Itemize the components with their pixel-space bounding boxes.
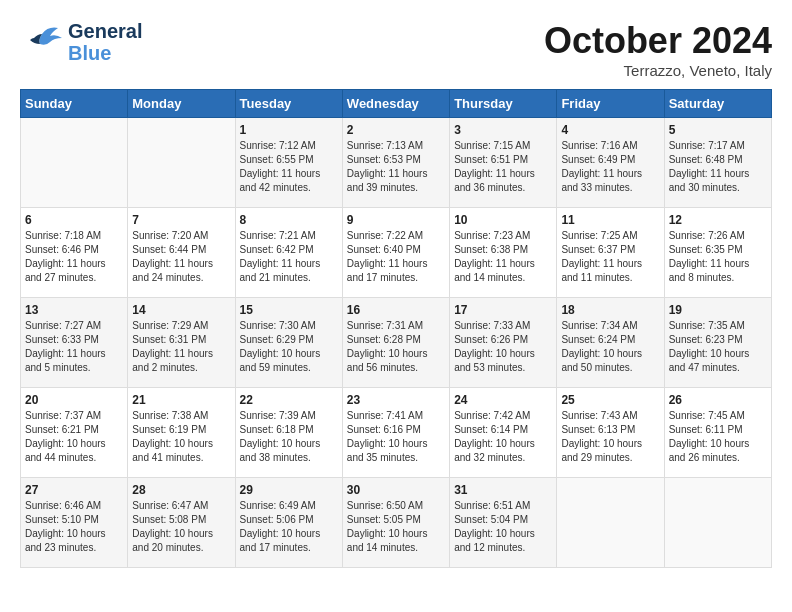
day-number: 9: [347, 213, 445, 227]
calendar-cell-2-5: 18Sunrise: 7:34 AMSunset: 6:24 PMDayligh…: [557, 298, 664, 388]
daylight-text: Daylight: 11 hours and 17 minutes.: [347, 258, 428, 283]
daylight-text: Daylight: 10 hours and 47 minutes.: [669, 348, 750, 373]
daylight-text: Daylight: 11 hours and 2 minutes.: [132, 348, 213, 373]
day-number: 18: [561, 303, 659, 317]
calendar-cell-0-5: 4Sunrise: 7:16 AMSunset: 6:49 PMDaylight…: [557, 118, 664, 208]
day-info: Sunrise: 6:47 AMSunset: 5:08 PMDaylight:…: [132, 499, 230, 555]
sunset-text: Sunset: 6:18 PM: [240, 424, 314, 435]
sunset-text: Sunset: 5:06 PM: [240, 514, 314, 525]
day-info: Sunrise: 7:34 AMSunset: 6:24 PMDaylight:…: [561, 319, 659, 375]
calendar-cell-4-3: 30Sunrise: 6:50 AMSunset: 5:05 PMDayligh…: [342, 478, 449, 568]
day-info: Sunrise: 7:23 AMSunset: 6:38 PMDaylight:…: [454, 229, 552, 285]
week-row-2: 6Sunrise: 7:18 AMSunset: 6:46 PMDaylight…: [21, 208, 772, 298]
day-info: Sunrise: 6:46 AMSunset: 5:10 PMDaylight:…: [25, 499, 123, 555]
day-info: Sunrise: 7:35 AMSunset: 6:23 PMDaylight:…: [669, 319, 767, 375]
daylight-text: Daylight: 11 hours and 42 minutes.: [240, 168, 321, 193]
sunrise-text: Sunrise: 7:25 AM: [561, 230, 637, 241]
day-number: 11: [561, 213, 659, 227]
header-monday: Monday: [128, 90, 235, 118]
calendar-cell-3-0: 20Sunrise: 7:37 AMSunset: 6:21 PMDayligh…: [21, 388, 128, 478]
day-number: 5: [669, 123, 767, 137]
daylight-text: Daylight: 10 hours and 20 minutes.: [132, 528, 213, 553]
sunset-text: Sunset: 6:24 PM: [561, 334, 635, 345]
day-info: Sunrise: 6:50 AMSunset: 5:05 PMDaylight:…: [347, 499, 445, 555]
calendar-cell-3-5: 25Sunrise: 7:43 AMSunset: 6:13 PMDayligh…: [557, 388, 664, 478]
sunrise-text: Sunrise: 7:23 AM: [454, 230, 530, 241]
day-number: 25: [561, 393, 659, 407]
calendar-cell-0-3: 2Sunrise: 7:13 AMSunset: 6:53 PMDaylight…: [342, 118, 449, 208]
calendar-cell-1-0: 6Sunrise: 7:18 AMSunset: 6:46 PMDaylight…: [21, 208, 128, 298]
day-number: 23: [347, 393, 445, 407]
sunset-text: Sunset: 6:40 PM: [347, 244, 421, 255]
day-number: 15: [240, 303, 338, 317]
sunset-text: Sunset: 6:53 PM: [347, 154, 421, 165]
daylight-text: Daylight: 11 hours and 8 minutes.: [669, 258, 750, 283]
header-sunday: Sunday: [21, 90, 128, 118]
day-number: 21: [132, 393, 230, 407]
sunset-text: Sunset: 6:23 PM: [669, 334, 743, 345]
sunrise-text: Sunrise: 7:13 AM: [347, 140, 423, 151]
daylight-text: Daylight: 10 hours and 32 minutes.: [454, 438, 535, 463]
day-number: 10: [454, 213, 552, 227]
day-info: Sunrise: 7:43 AMSunset: 6:13 PMDaylight:…: [561, 409, 659, 465]
calendar-cell-1-5: 11Sunrise: 7:25 AMSunset: 6:37 PMDayligh…: [557, 208, 664, 298]
day-number: 8: [240, 213, 338, 227]
sunset-text: Sunset: 6:46 PM: [25, 244, 99, 255]
day-info: Sunrise: 7:15 AMSunset: 6:51 PMDaylight:…: [454, 139, 552, 195]
daylight-text: Daylight: 10 hours and 38 minutes.: [240, 438, 321, 463]
sunset-text: Sunset: 6:48 PM: [669, 154, 743, 165]
daylight-text: Daylight: 11 hours and 5 minutes.: [25, 348, 106, 373]
sunrise-text: Sunrise: 7:43 AM: [561, 410, 637, 421]
day-info: Sunrise: 7:16 AMSunset: 6:49 PMDaylight:…: [561, 139, 659, 195]
daylight-text: Daylight: 10 hours and 29 minutes.: [561, 438, 642, 463]
logo-blue: Blue: [68, 42, 142, 64]
sunrise-text: Sunrise: 7:41 AM: [347, 410, 423, 421]
logo-general: General: [68, 20, 142, 42]
day-info: Sunrise: 7:45 AMSunset: 6:11 PMDaylight:…: [669, 409, 767, 465]
sunset-text: Sunset: 5:08 PM: [132, 514, 206, 525]
sunrise-text: Sunrise: 7:34 AM: [561, 320, 637, 331]
day-number: 13: [25, 303, 123, 317]
day-info: Sunrise: 7:41 AMSunset: 6:16 PMDaylight:…: [347, 409, 445, 465]
day-info: Sunrise: 7:38 AMSunset: 6:19 PMDaylight:…: [132, 409, 230, 465]
daylight-text: Daylight: 10 hours and 12 minutes.: [454, 528, 535, 553]
day-info: Sunrise: 7:33 AMSunset: 6:26 PMDaylight:…: [454, 319, 552, 375]
daylight-text: Daylight: 11 hours and 30 minutes.: [669, 168, 750, 193]
day-info: Sunrise: 7:27 AMSunset: 6:33 PMDaylight:…: [25, 319, 123, 375]
sunrise-text: Sunrise: 7:21 AM: [240, 230, 316, 241]
sunrise-text: Sunrise: 7:27 AM: [25, 320, 101, 331]
sunrise-text: Sunrise: 7:22 AM: [347, 230, 423, 241]
calendar-cell-3-2: 22Sunrise: 7:39 AMSunset: 6:18 PMDayligh…: [235, 388, 342, 478]
sunset-text: Sunset: 5:04 PM: [454, 514, 528, 525]
sunrise-text: Sunrise: 7:35 AM: [669, 320, 745, 331]
sunset-text: Sunset: 6:29 PM: [240, 334, 314, 345]
sunrise-text: Sunrise: 7:20 AM: [132, 230, 208, 241]
daylight-text: Daylight: 10 hours and 56 minutes.: [347, 348, 428, 373]
daylight-text: Daylight: 10 hours and 17 minutes.: [240, 528, 321, 553]
daylight-text: Daylight: 10 hours and 50 minutes.: [561, 348, 642, 373]
sunrise-text: Sunrise: 7:15 AM: [454, 140, 530, 151]
day-info: Sunrise: 7:21 AMSunset: 6:42 PMDaylight:…: [240, 229, 338, 285]
daylight-text: Daylight: 11 hours and 21 minutes.: [240, 258, 321, 283]
sunset-text: Sunset: 6:55 PM: [240, 154, 314, 165]
day-info: Sunrise: 7:37 AMSunset: 6:21 PMDaylight:…: [25, 409, 123, 465]
calendar-cell-3-6: 26Sunrise: 7:45 AMSunset: 6:11 PMDayligh…: [664, 388, 771, 478]
title-block: October 2024 Terrazzo, Veneto, Italy: [544, 20, 772, 79]
sunrise-text: Sunrise: 7:39 AM: [240, 410, 316, 421]
sunrise-text: Sunrise: 7:16 AM: [561, 140, 637, 151]
day-info: Sunrise: 7:20 AMSunset: 6:44 PMDaylight:…: [132, 229, 230, 285]
sunset-text: Sunset: 6:51 PM: [454, 154, 528, 165]
daylight-text: Daylight: 11 hours and 24 minutes.: [132, 258, 213, 283]
sunrise-text: Sunrise: 7:26 AM: [669, 230, 745, 241]
sunrise-text: Sunrise: 6:51 AM: [454, 500, 530, 511]
day-number: 22: [240, 393, 338, 407]
calendar-cell-0-4: 3Sunrise: 7:15 AMSunset: 6:51 PMDaylight…: [450, 118, 557, 208]
calendar-cell-2-3: 16Sunrise: 7:31 AMSunset: 6:28 PMDayligh…: [342, 298, 449, 388]
day-number: 26: [669, 393, 767, 407]
day-number: 2: [347, 123, 445, 137]
day-number: 1: [240, 123, 338, 137]
header-tuesday: Tuesday: [235, 90, 342, 118]
day-number: 3: [454, 123, 552, 137]
sunset-text: Sunset: 6:14 PM: [454, 424, 528, 435]
calendar-cell-0-6: 5Sunrise: 7:17 AMSunset: 6:48 PMDaylight…: [664, 118, 771, 208]
